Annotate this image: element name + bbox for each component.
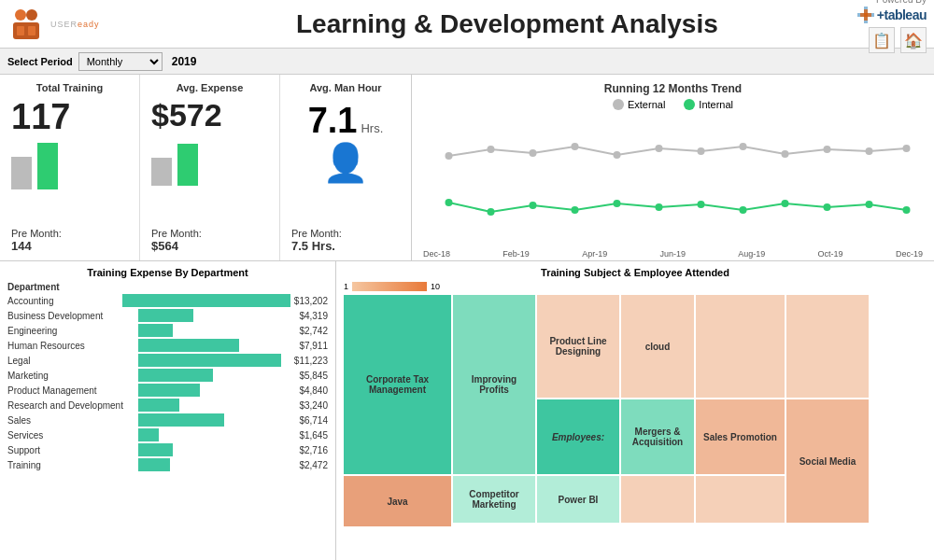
bottom-section: Training Expense By Department Departmen… (0, 261, 934, 560)
dept-row: Sales $6,714 (7, 413, 328, 427)
avg-expense-card: Avg. Expense $572 Pre Month: $564 (140, 75, 280, 260)
total-training-pre: Pre Month: 144 (11, 228, 128, 253)
trend-area: Running 12 Months Trend External Interna… (412, 75, 934, 260)
svg-point-0 (15, 9, 26, 21)
svg-point-31 (866, 201, 873, 208)
title-area: Learning & Development Analysis (157, 9, 857, 39)
powered-by-label: Powered By (857, 0, 927, 5)
svg-point-27 (698, 201, 705, 208)
total-training-bars (11, 143, 128, 189)
avg-man-hour-card: Avg. Man Hour 7.1 Hrs. 👤 Pre Month: 7.5 … (280, 75, 411, 260)
svg-point-10 (488, 146, 495, 153)
svg-point-19 (866, 147, 873, 155)
dept-section: Training Expense By Department Departmen… (0, 261, 336, 560)
dept-row: Training $2,472 (7, 458, 328, 471)
subject-scale: 1 10 (344, 282, 927, 291)
dept-row: Support $2,716 (7, 443, 328, 456)
dept-row: Product Management $4,840 (7, 384, 328, 397)
svg-point-16 (740, 143, 747, 150)
svg-point-26 (656, 203, 663, 211)
tm-small1 (621, 476, 694, 523)
external-legend-dot (613, 99, 624, 110)
tm-corporate-tax: Corporate Tax Management (344, 295, 451, 474)
year-label: 2019 (172, 55, 197, 68)
svg-point-32 (903, 206, 911, 214)
man-hour-pre: Pre Month: 7.5 Hrs. (291, 228, 400, 253)
svg-point-18 (824, 146, 831, 153)
scale-min: 1 (344, 282, 348, 291)
avg-man-hour-label: Avg. Man Hour (291, 82, 400, 93)
man-hour-area: 7.1 Hrs. 👤 (291, 101, 400, 185)
svg-point-15 (698, 147, 705, 155)
logo-text: USEReady (50, 20, 100, 29)
dept-col-label: Department (7, 282, 328, 292)
svg-rect-4 (28, 26, 35, 35)
svg-point-12 (572, 143, 579, 150)
ext-bar (11, 157, 32, 189)
header-icons: 📋 🏠 (857, 27, 927, 53)
avg-expense-pre: Pre Month: $564 (151, 228, 268, 253)
trend-labels: Dec-18 Feb-19 Apr-19 Jun-19 Aug-19 Oct-1… (423, 249, 923, 259)
svg-point-30 (824, 203, 831, 211)
tm-improving-profits: Improving Profits (453, 295, 535, 474)
filter-label: Select Period (7, 56, 73, 67)
svg-point-1 (26, 9, 37, 21)
svg-point-20 (903, 145, 911, 152)
tm-employees: Employees: (537, 399, 619, 474)
subject-title: Training Subject & Employee Attended (344, 267, 927, 278)
man-hour-value: 7.1 (308, 101, 358, 141)
man-hour-hrs: Hrs. (361, 121, 383, 135)
page-title: Learning & Development Analysis (157, 9, 857, 39)
dept-row: Services $1,645 (7, 428, 328, 441)
tm-social-media: Social Media (786, 399, 869, 523)
tm-small2 (696, 476, 785, 523)
logo-area: USEReady (7, 6, 157, 43)
tm-empty1 (696, 295, 785, 398)
treemap-grid: Corporate Tax Management Improving Profi… (344, 295, 927, 526)
svg-point-23 (530, 202, 537, 209)
svg-point-11 (530, 149, 537, 157)
header: USEReady Learning & Development Analysis… (0, 0, 934, 49)
tm-cloud: cloud (621, 295, 694, 398)
svg-point-28 (740, 206, 747, 214)
document-icon[interactable]: 📋 (869, 27, 895, 53)
scale-max: 10 (431, 282, 440, 291)
dept-row: Accounting $13,202 (7, 294, 328, 307)
tableau-logo: +tableau (857, 7, 927, 23)
svg-point-25 (614, 200, 621, 207)
dept-row: Legal $11,223 (7, 354, 328, 367)
trend-title: Running 12 Months Trend (423, 82, 923, 95)
svg-point-22 (488, 208, 495, 216)
svg-rect-8 (860, 13, 871, 17)
powered-area: Powered By +tableau 📋 🏠 (857, 0, 927, 53)
svg-point-17 (782, 150, 789, 158)
filter-row: Select Period Monthly Quarterly Yearly 2… (0, 49, 934, 75)
legend-external: External (613, 99, 665, 110)
subject-section: Training Subject & Employee Attended 1 1… (336, 261, 934, 560)
svg-rect-3 (17, 26, 24, 35)
svg-point-14 (656, 145, 663, 152)
svg-point-24 (572, 206, 579, 214)
tm-product-line: Product Line Designing (537, 295, 619, 398)
home-icon[interactable]: 🏠 (900, 27, 927, 53)
svg-point-9 (446, 152, 453, 160)
dept-rows: Accounting $13,202 Business Development … (7, 294, 328, 471)
avg-expense-bars (151, 139, 268, 186)
exp-int-bar (177, 144, 198, 186)
period-select[interactable]: Monthly Quarterly Yearly (78, 52, 163, 71)
tm-power-bi: Power BI (537, 476, 619, 523)
total-training-label: Total Training (11, 82, 128, 93)
avg-expense-value: $572 (151, 97, 268, 133)
logo-icon (7, 6, 45, 43)
tm-sales-promo: Sales Promotion (696, 399, 785, 474)
trend-legend: External Internal (423, 99, 923, 110)
svg-point-21 (446, 199, 453, 206)
total-training-card: Total Training 117 Pre Month: 144 (0, 75, 140, 260)
scale-bar (352, 282, 427, 291)
dept-row: Business Development $4,319 (7, 309, 328, 322)
kpi-section: Total Training 117 Pre Month: 144 Avg. E… (0, 75, 412, 260)
trend-chart-svg (423, 114, 923, 245)
tm-mergers: Mergers & Acquisition (621, 399, 694, 474)
dept-row: Engineering $2,742 (7, 324, 328, 337)
int-bar (37, 143, 58, 189)
